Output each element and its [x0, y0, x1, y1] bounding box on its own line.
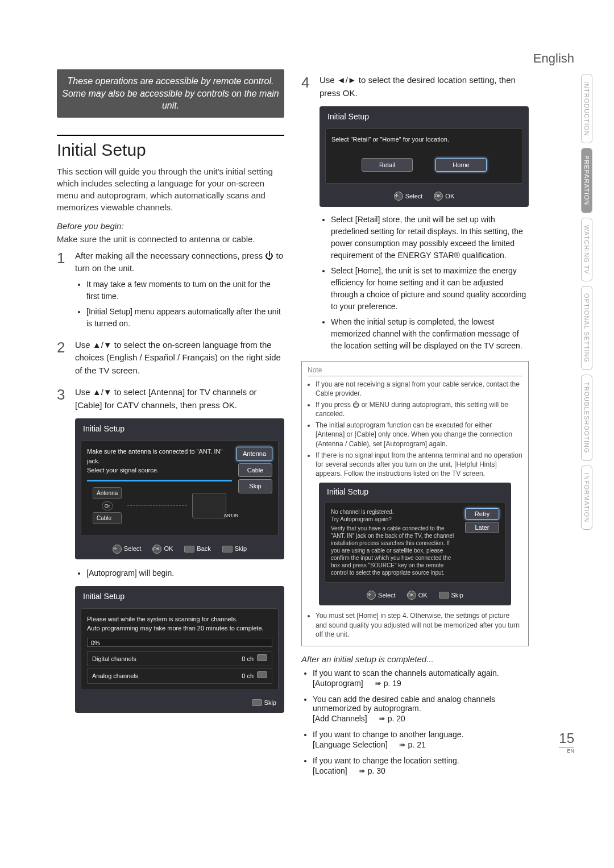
note-3: The initial autoprogram function can be … [316, 421, 522, 448]
after-3-ref: [Language Selection] [313, 740, 388, 749]
antenna-box: Antenna [93, 487, 122, 499]
note-2: If you press ⏻ or MENU during autoprogra… [316, 400, 522, 418]
panel3-prompt: Select "Retail" or "Home" for your locat… [331, 135, 517, 144]
page-number-lang: EN [559, 747, 574, 754]
location-select-panel: Initial Setup Select "Retail" or "Home" … [320, 106, 529, 207]
step-4-text: Use ◄/► to select the desired location s… [320, 75, 516, 98]
step-3-text: Use ▲/▼ to select [Antenna] for TV chann… [75, 387, 257, 410]
panel2-title: Initial Setup [75, 586, 284, 605]
cable-button[interactable]: Cable [238, 463, 272, 477]
panel3-ok: OK [445, 192, 454, 201]
page-number: 15 EN [559, 730, 574, 754]
retry-button[interactable]: Retry [465, 508, 499, 520]
autoprogram-begin: [Autoprogram] will begin. [86, 567, 284, 579]
dpad-icon-2: ✢ [394, 192, 403, 201]
later-button[interactable]: Later [465, 522, 499, 533]
section-title: Initial Setup [57, 140, 284, 160]
step4-b2: Select [Home], the unit is set to maximi… [331, 265, 529, 313]
antenna-button[interactable]: Antenna [237, 447, 272, 461]
retail-button[interactable]: Retail [362, 158, 413, 172]
side-tabs: INTRODUCTION PREPARATION WATCHING TV OPT… [581, 74, 592, 530]
intro-text: This section will guide you through the … [57, 165, 284, 213]
autoprogram-progress-panel: Initial Setup Please wait while the syst… [75, 586, 284, 713]
helpful-hints-panel: Initial Setup No channel is registered. … [319, 483, 511, 605]
step-1-sub-b: [Initial Setup] menu appears automatical… [86, 306, 284, 330]
after-2-ref: [Add Channels] [313, 714, 367, 723]
analog-count: 0 ch [242, 671, 254, 681]
skip-icon-3 [439, 592, 449, 599]
step-1-sub-a: It may take a few moments to turn on the… [86, 279, 284, 302]
step4-b3: When the initial setup is completed, the… [331, 316, 529, 352]
note-4: If there is no signal input from the ant… [316, 451, 522, 479]
after-4-page: p. 30 [359, 766, 385, 775]
after-3-text: If you want to change to another languag… [313, 730, 463, 739]
hints-select: Select [378, 592, 396, 599]
panel1-title: Initial Setup [75, 418, 284, 437]
tab-watching-tv: WATCHING TV [581, 218, 592, 282]
before-begin-text: Make sure the unit is connected to anten… [57, 233, 284, 245]
bar-icon [257, 654, 267, 661]
step-1-text: After making all the necessary connectio… [75, 251, 283, 273]
before-begin-heading: Before you begin: [57, 221, 284, 231]
tab-introduction: INTRODUCTION [581, 74, 592, 143]
panel2-skip: Skip [264, 698, 276, 708]
progress-pct: 0% [91, 638, 100, 647]
cable-box: Cable [93, 512, 122, 524]
dpad-icon: ✢ [113, 545, 122, 554]
after-2: You can add the desired cable and analog… [313, 695, 529, 723]
hints-l1: No channel is registered. [331, 508, 459, 516]
tab-information: INFORMATION [581, 466, 592, 530]
step-4: Use ◄/► to select the desired location s… [301, 74, 529, 352]
panel1-select: Select [124, 544, 142, 554]
after-1-ref: [Autoprogram] [313, 679, 363, 688]
ok-icon-2: OK [434, 192, 443, 201]
hints-l3: Verify that you have a cable connected t… [331, 525, 459, 576]
after-1: If you want to scan the channels automat… [313, 668, 529, 688]
step-3: Use ▲/▼ to select [Antenna] for TV chann… [57, 386, 284, 713]
note-title: Note [308, 366, 522, 376]
antenna-select-panel: Initial Setup Make sure the antenna is c… [75, 418, 284, 559]
digital-label: Digital channels [92, 654, 136, 664]
panel1-back: Back [197, 544, 210, 554]
hints-skip: Skip [451, 592, 463, 599]
panel1-line1: Make sure the antenna is connected to "A… [87, 447, 232, 466]
panel1-line2: Select your signal source. [87, 466, 232, 475]
back-icon [184, 546, 194, 553]
hints-title: Initial Setup [319, 483, 511, 499]
after-setup-heading: After an initial setup is completed... [301, 654, 529, 664]
panel3-title: Initial Setup [320, 106, 529, 125]
digital-count: 0 ch [242, 654, 254, 664]
step-1: After making all the necessary connectio… [57, 250, 284, 330]
after-4-text: If you want to change the location setti… [313, 756, 459, 765]
tab-preparation: PREPARATION [581, 148, 592, 213]
or-badge: Or [102, 501, 113, 510]
hints-ok: OK [418, 592, 428, 599]
home-button[interactable]: Home [435, 158, 487, 172]
step-2: Use ▲/▼ to select the on-screen language… [57, 339, 284, 377]
analog-label: Analog channels [92, 671, 138, 681]
ok-icon: OK [152, 545, 161, 554]
skip-icon [222, 546, 233, 553]
after-1-page: p. 19 [375, 679, 401, 688]
dpad-icon-3: ✢ [367, 591, 376, 600]
progress-bar: 0% [87, 638, 272, 647]
page-number-value: 15 [559, 730, 574, 746]
antenna-diagram: Antenna Or Cable ANT.IN [87, 480, 232, 530]
after-2-text: You can add the desired cable and analog… [313, 695, 495, 713]
tab-optional-setting: OPTIONAL SETTING [581, 286, 592, 370]
skip-icon-2 [252, 699, 262, 706]
panel1-ok: OK [164, 544, 173, 554]
after-4-ref: [Location] [313, 766, 347, 775]
after-2-page: p. 20 [379, 714, 405, 723]
panel1-skip: Skip [235, 544, 247, 554]
bar-icon-2 [257, 671, 267, 678]
note-1: If you are not receiving a signal from y… [316, 380, 522, 398]
step4-b1: Select [Retail] store, the unit will be … [331, 214, 529, 261]
language-label: English [57, 51, 574, 66]
skip-button[interactable]: Skip [238, 479, 272, 493]
panel2-line2: Auto programming may take more than 20 m… [87, 624, 272, 633]
note-box: Note If you are not receiving a signal f… [301, 361, 529, 646]
antin-label: ANT.IN [224, 512, 238, 519]
tv-diagram: ANT.IN [192, 493, 226, 518]
after-1-text: If you want to scan the channels automat… [313, 668, 499, 678]
